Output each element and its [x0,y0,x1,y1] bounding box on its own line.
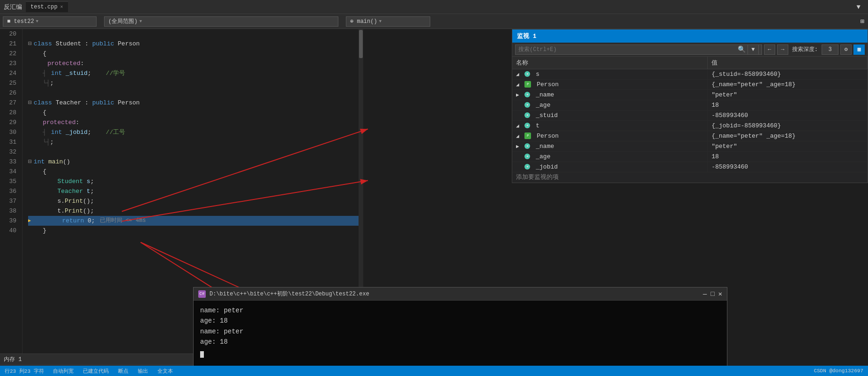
var-icon: ● [524,112,530,118]
function-dropdown[interactable]: ⊕ main() ▼ [346,16,430,27]
scrollbar-thumb [359,30,363,58]
code-line: └┤ ; [28,78,363,88]
console-minimize-btn[interactable]: — [703,290,707,298]
table-row[interactable]: ▶ ● _name "peter" [512,141,868,151]
watch-options-btn[interactable]: ⚙ [840,44,852,55]
var-name: Person [537,133,559,140]
fold-icon: ⊟ [28,39,32,49]
scope-label: (全局范围) [108,17,137,25]
console-controls: — □ ✕ [703,290,722,298]
var-icon: ● [524,102,530,108]
table-row-add[interactable]: 添加要监视的项 [512,172,868,182]
watch-name-cell: ● _age [512,100,708,110]
person-icon: P [524,133,531,139]
cursor-block [200,351,204,358]
search-dropdown-btn[interactable]: ▼ [748,44,759,55]
code-line: { [28,49,363,59]
function-label: ⊕ main() [350,18,377,25]
table-row[interactable]: ● _jobid -858993460 [512,162,868,172]
code-line: t. Print (); [28,206,363,216]
expand-icon[interactable]: ◢ [516,72,519,77]
debug-arrow-icon: ▶ [28,216,31,226]
var-name: _age [536,102,550,109]
console-maximize-btn[interactable]: □ [711,290,714,298]
timing-label: 已用时间 <= 4ms [100,216,146,226]
console-app-icon: C# [198,290,206,298]
var-icon: ● [524,123,530,128]
watch-active-btn[interactable]: ▦ [853,44,865,55]
scope-dropdown-arrow: ▼ [139,19,142,24]
var-icon: ● [524,143,530,149]
top-bar-title: 反汇编 [4,3,22,11]
var-icon: ● [524,154,530,159]
expand-icon [516,113,519,118]
code-line: Teacher t ; [28,186,363,196]
table-row[interactable]: ◢ P Person {_name="peter" _age=18} [512,79,868,89]
top-bar: 反汇编 test.cpp × ▼ [0,0,868,14]
table-row[interactable]: ◢ P Person {_name="peter" _age=18} [512,131,868,141]
search-depth-input[interactable] [822,44,838,55]
watch-name-cell: ▶ ● _name [512,141,708,151]
console-output-line: age: 18 [200,316,720,326]
console-window: C# D:\bite\c++\bite\c++初阶\test22\Debug\t… [193,287,727,376]
search-back-btn[interactable]: ← [764,44,775,55]
code-line: protected : [28,59,363,68]
main-layout: 20 21 22 23 24 25 26 27 28 29 30 31 32 3… [0,29,868,376]
console-output-line: name: peter [200,326,720,337]
tab-item[interactable]: test.cpp × [26,1,68,12]
watch-search-box[interactable]: 🔍 ▼ [515,44,762,55]
watch-value-cell: 18 [708,151,868,162]
watch-value-cell: -858993460 [708,162,868,172]
var-name: _name [536,91,554,98]
watch-value-cell: 18 [708,100,868,110]
watch-title-bar: 监视 1 [512,29,868,43]
code-line: ⊟ class Teacher : public Person [28,98,363,108]
watch-name-cell: ◢ ● t [512,120,708,131]
expand-icon[interactable]: ◢ [516,123,519,129]
expand-icon [516,103,519,108]
status-right-label: CSDN @dong132697 [814,368,863,374]
project-dropdown[interactable]: ■ test22 ▼ [3,16,97,27]
add-watch-cell[interactable]: 添加要监视的项 [512,172,868,182]
expand-icon[interactable]: ▶ [516,144,519,149]
watch-name-cell: ▶ ● _name [512,89,708,100]
col-value-header: 值 [708,57,868,69]
table-row[interactable]: ● _age 18 [512,100,868,110]
minimize-icon[interactable]: ▼ [857,3,861,11]
status-items: 行23 列23 字符 自动列宽 已建立代码 断点 输出 全文本 [5,368,173,375]
tab-label: test.cpp [30,4,58,10]
tab-close-button[interactable]: × [60,5,63,10]
console-close-btn[interactable]: ✕ [718,290,722,298]
code-line: └┤ ; [28,137,363,147]
table-row[interactable]: ▶ ● _name "peter" [512,89,868,100]
table-row[interactable]: ● _stuid -858993460 [512,110,868,120]
console-content: name: peter age: 18 name: peter age: 18 [194,301,727,376]
code-line [28,147,363,157]
code-line: Student s ; [28,177,363,186]
var-name: _stuid [536,112,558,119]
scope-dropdown[interactable]: (全局范围) ▼ [104,16,338,27]
var-name: _name [536,143,554,150]
pin-icon[interactable]: ⊞ [861,18,864,25]
var-name: Person [537,81,559,88]
table-row[interactable]: ◢ ● t {_jobid=-858993460} [512,120,868,131]
code-line: ⊟ int main () [28,157,363,167]
console-title-left: C# D:\bite\c++\bite\c++初阶\test22\Debug\t… [198,290,369,298]
expand-icon[interactable]: ▶ [516,92,519,98]
search-fwd-btn[interactable]: → [777,44,788,55]
status-bar: 行23 列23 字符 自动列宽 已建立代码 断点 输出 全文本 CSDN @do… [0,366,868,376]
fold-icon-2: ⊟ [28,98,32,108]
function-dropdown-arrow: ▼ [379,19,382,24]
code-line: ⊟ class Student : public Person [28,39,363,49]
code-line: ┤ int _jobid ; //工号 [28,127,363,137]
project-label: ■ test22 [7,18,34,25]
watch-search-input[interactable] [518,46,736,53]
expand-icon[interactable]: ◢ [516,133,519,139]
table-row[interactable]: ● _age 18 [512,151,868,162]
person-icon: P [524,81,531,88]
table-row[interactable]: ◢ ● s {_stuid=-858993460} [512,69,868,79]
code-line [28,29,363,39]
console-cursor-line [200,347,720,358]
expand-icon[interactable]: ◢ [516,82,519,88]
code-line [28,88,363,98]
